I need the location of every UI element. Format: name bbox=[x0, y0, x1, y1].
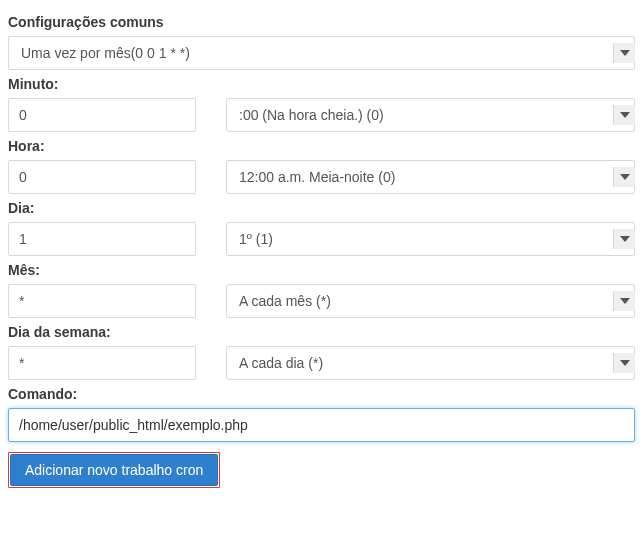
day-label: Dia: bbox=[8, 200, 635, 216]
chevron-down-icon bbox=[613, 43, 635, 63]
weekday-select-value: A cada dia (*) bbox=[237, 355, 323, 371]
day-select-value: 1º (1) bbox=[237, 231, 273, 247]
chevron-down-icon bbox=[613, 291, 635, 311]
day-select[interactable]: 1º (1) bbox=[226, 222, 635, 256]
hour-input[interactable] bbox=[8, 160, 196, 194]
minute-label: Minuto: bbox=[8, 76, 635, 92]
month-select[interactable]: A cada mês (*) bbox=[226, 284, 635, 318]
month-label: Mês: bbox=[8, 262, 635, 278]
minute-select[interactable]: :00 (Na hora cheia.) (0) bbox=[226, 98, 635, 132]
chevron-down-icon bbox=[613, 105, 635, 125]
month-input[interactable] bbox=[8, 284, 196, 318]
weekday-input[interactable] bbox=[8, 346, 196, 380]
chevron-down-icon bbox=[613, 353, 635, 373]
hour-select-value: 12:00 a.m. Meia-noite (0) bbox=[237, 169, 395, 185]
command-label: Comando: bbox=[8, 386, 635, 402]
minute-input[interactable] bbox=[8, 98, 196, 132]
submit-highlight: Adicionar novo trabalho cron bbox=[8, 452, 220, 488]
command-input[interactable] bbox=[8, 408, 635, 442]
common-settings-select[interactable]: Uma vez por mês(0 0 1 * *) bbox=[8, 36, 635, 70]
weekday-select[interactable]: A cada dia (*) bbox=[226, 346, 635, 380]
chevron-down-icon bbox=[613, 167, 635, 187]
hour-label: Hora: bbox=[8, 138, 635, 154]
hour-select[interactable]: 12:00 a.m. Meia-noite (0) bbox=[226, 160, 635, 194]
month-select-value: A cada mês (*) bbox=[237, 293, 331, 309]
add-cron-button[interactable]: Adicionar novo trabalho cron bbox=[10, 454, 218, 486]
common-settings-value: Uma vez por mês(0 0 1 * *) bbox=[19, 45, 190, 61]
common-settings-label: Configurações comuns bbox=[8, 14, 635, 30]
minute-select-value: :00 (Na hora cheia.) (0) bbox=[237, 107, 384, 123]
day-input[interactable] bbox=[8, 222, 196, 256]
chevron-down-icon bbox=[613, 229, 635, 249]
weekday-label: Dia da semana: bbox=[8, 324, 635, 340]
